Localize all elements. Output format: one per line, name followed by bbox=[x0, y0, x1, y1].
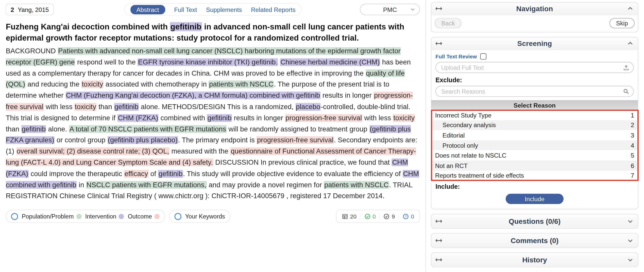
resize-handle-icon[interactable] bbox=[435, 219, 442, 224]
tab-abstract[interactable]: Abstract bbox=[130, 5, 165, 14]
resize-handle-icon[interactable] bbox=[435, 6, 442, 11]
legend-item-outcome: Outcome bbox=[128, 213, 160, 220]
comments-header[interactable]: Comments (0) bbox=[431, 234, 638, 248]
highlight-int: gefitinib bbox=[170, 22, 202, 31]
legend-label: Population/Problem bbox=[22, 213, 74, 220]
study-number: 2 bbox=[11, 6, 14, 13]
screening-header[interactable]: Screening bbox=[431, 37, 638, 50]
keywords-label: Your Keywords bbox=[185, 213, 225, 220]
screened-check-icon bbox=[383, 213, 389, 219]
exclusion-reason-row[interactable]: Does not relate to NSCLC 5 bbox=[431, 150, 638, 161]
stat-included: 0 bbox=[360, 213, 380, 220]
navigation-title: Navigation bbox=[516, 4, 553, 13]
chevron-up-icon[interactable] bbox=[627, 40, 633, 46]
full-text-review-checkbox[interactable] bbox=[480, 53, 486, 59]
search-reasons-input[interactable] bbox=[435, 86, 634, 97]
exclusion-reason-row[interactable]: Secondary analysis 2 bbox=[431, 120, 638, 130]
legend-item-population: Population/Problem bbox=[22, 213, 81, 220]
tab-full-text[interactable]: Full Text bbox=[174, 6, 197, 13]
stat-total-value: 20 bbox=[350, 213, 357, 220]
reason-shortcut: 4 bbox=[631, 142, 634, 149]
exclusion-reason-row[interactable]: Incorrect Study Type 1 bbox=[431, 110, 638, 120]
questions-header[interactable]: Questions (0/6) bbox=[431, 214, 638, 228]
reason-shortcut: 3 bbox=[631, 132, 634, 139]
screening-title: Screening bbox=[517, 39, 552, 48]
resize-handle-icon[interactable] bbox=[435, 41, 442, 46]
chevron-up-icon[interactable] bbox=[627, 6, 633, 12]
text-run: . The primary endpoint is bbox=[178, 136, 257, 144]
chevron-down-icon[interactable] bbox=[627, 257, 633, 263]
reason-shortcut: 1 bbox=[631, 112, 634, 118]
stat-screened: 9 bbox=[379, 213, 399, 220]
legend-label: Outcome bbox=[128, 213, 152, 220]
study-citation: Yang, 2015 bbox=[18, 6, 49, 13]
source-dropdown[interactable]: PMC bbox=[360, 4, 420, 15]
navigation-header[interactable]: Navigation bbox=[431, 3, 638, 15]
highlight-toggle-icon[interactable] bbox=[11, 213, 18, 220]
history-header[interactable]: History bbox=[431, 253, 638, 267]
exclusion-reason-row[interactable]: Not an RCT 6 bbox=[431, 160, 638, 171]
highlight-int: CHM (Fuzheng Kang'ai decoction (FZKA), a… bbox=[65, 92, 320, 99]
full-text-review-row: Full Text Review bbox=[435, 53, 634, 59]
resize-handle-icon[interactable] bbox=[435, 238, 442, 243]
text-run: will be randomly assigned to treatment g… bbox=[227, 125, 369, 133]
select-reason-header: Select Reason bbox=[431, 100, 638, 110]
include-label: Include: bbox=[435, 183, 634, 191]
text-run: with less bbox=[44, 103, 75, 111]
tab-bar: Abstract Full Text Supplements Related R… bbox=[124, 3, 302, 16]
stat-total: 20 bbox=[338, 213, 360, 220]
tab-supplements[interactable]: Supplements bbox=[206, 6, 242, 13]
text-run: . This study will provide objective evid… bbox=[183, 170, 403, 178]
highlight-out: progression-free survival bbox=[285, 114, 362, 122]
skip-button[interactable]: Skip bbox=[609, 18, 635, 28]
highlight-int: placebo bbox=[295, 103, 321, 111]
intervention-color-dot bbox=[119, 214, 124, 219]
exclusion-reason-row[interactable]: Reports treatment of side effects 7 bbox=[431, 171, 638, 181]
upload-icon[interactable] bbox=[623, 64, 629, 71]
include-button[interactable]: Include bbox=[506, 194, 563, 204]
text-run: alone. bbox=[46, 125, 69, 133]
article-title: Fuzheng Kang'ai decoction combined with … bbox=[6, 21, 420, 44]
history-title: History bbox=[522, 256, 547, 264]
reason-label: Editorial bbox=[443, 132, 465, 139]
highlight-int: gefitinib bbox=[207, 114, 232, 122]
text-run: and reducing the bbox=[26, 80, 81, 88]
reason-shortcut: 5 bbox=[631, 152, 634, 159]
upload-full-text-field bbox=[435, 62, 634, 73]
population-color-dot bbox=[76, 214, 81, 219]
text-run: DISCUSSION In previous clinical practice… bbox=[213, 159, 392, 166]
text-run: and may provide a novel regimen for bbox=[207, 181, 324, 189]
screening-stats: 20 0 9 ? 0 bbox=[336, 210, 420, 223]
highlight-int: EGFR tyrosine kinase inhibitor (TKI) gef… bbox=[138, 58, 278, 66]
outcome-color-dot bbox=[155, 214, 160, 219]
highlight-out: efficacy bbox=[124, 170, 148, 178]
resize-handle-icon[interactable] bbox=[435, 257, 442, 262]
exclusion-reason-row[interactable]: Protocol only 4 bbox=[431, 140, 638, 150]
keywords-toggle-icon[interactable] bbox=[175, 213, 181, 220]
back-button[interactable]: Back bbox=[435, 18, 462, 28]
reason-label: Incorrect Study Type bbox=[435, 112, 492, 118]
upload-full-text-input[interactable] bbox=[435, 62, 634, 73]
screening-section: Screening Full Text Review Exclude: bbox=[431, 37, 638, 210]
exclusion-reason-row[interactable]: Editorial 3 bbox=[431, 130, 638, 140]
tab-related-reports[interactable]: Related Reports bbox=[251, 6, 295, 13]
svg-text:?: ? bbox=[405, 214, 407, 218]
highlight-int: gefitinib bbox=[114, 103, 139, 111]
study-chip[interactable]: 2 Yang, 2015 bbox=[6, 4, 54, 15]
exclusion-reason-list: Incorrect Study Type 1 Secondary analysi… bbox=[431, 110, 638, 181]
text-run: in bbox=[77, 181, 86, 189]
navigation-section: Navigation Back Skip bbox=[431, 2, 638, 32]
highlight-int: Chinese herbal medicine (CHM) bbox=[280, 58, 380, 66]
chevron-down-icon[interactable] bbox=[627, 218, 633, 224]
search-reasons-field bbox=[435, 86, 634, 97]
include-row: Include bbox=[435, 194, 634, 204]
highlight-int: (gefitinib plus placebo) bbox=[107, 136, 178, 144]
legend-item-intervention: Intervention bbox=[85, 213, 124, 220]
text-run: could improve the therapeutic bbox=[29, 170, 124, 178]
bottom-bar: Population/Problem Intervention Outcome … bbox=[6, 210, 420, 223]
highlight-int: gefitinib bbox=[21, 125, 46, 133]
sidebar: Navigation Back Skip Screening bbox=[426, 0, 644, 272]
questions-section: Questions (0/6) bbox=[431, 214, 638, 229]
chevron-down-icon[interactable] bbox=[627, 237, 633, 244]
text-run: of bbox=[148, 170, 158, 178]
